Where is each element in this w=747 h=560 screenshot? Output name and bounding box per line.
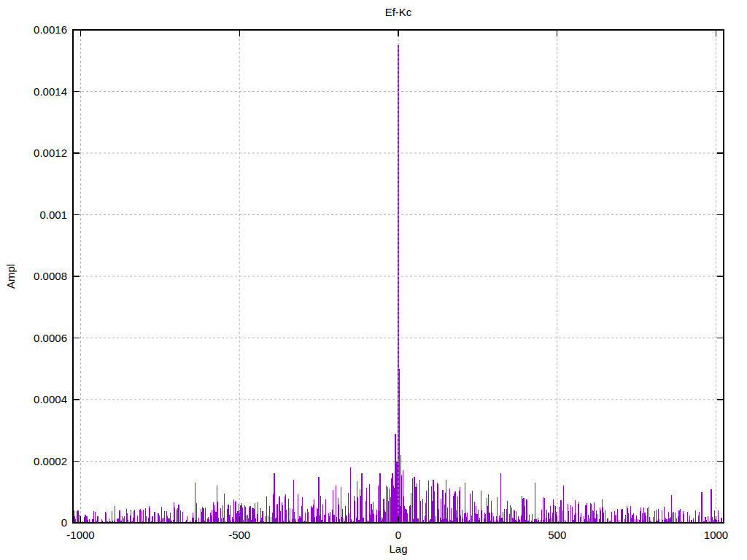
y-tick-label: 0.0012	[34, 147, 67, 159]
y-tick-label: 0.0004	[34, 393, 67, 405]
y-tick-label: 0.0006	[34, 332, 67, 344]
y-tick-label: 0.0002	[34, 455, 67, 467]
y-tick-label: 0	[61, 516, 67, 529]
x-tick-label: 1000	[704, 529, 728, 541]
x-tick-label: -500	[228, 529, 250, 541]
x-tick-label: -1000	[66, 529, 94, 541]
x-tick-label: 500	[548, 529, 566, 541]
x-axis-label: Lag	[73, 542, 724, 555]
y-tick-label: 0.0008	[34, 270, 67, 282]
peak-impulses	[195, 45, 711, 523]
y-tick-label: 0.0014	[34, 85, 67, 98]
y-tick-label: 0.001	[39, 209, 67, 221]
chart-title: Ef-Kc	[73, 6, 724, 18]
correlation-plot: 00.00020.00040.00060.00080.0010.00120.00…	[0, 0, 747, 560]
y-axis-label: Ampl	[4, 264, 17, 289]
chart-window: Ef-Kc Ampl Lag 00.00020.00040.00060.0008…	[0, 0, 747, 560]
x-tick-label: 0	[395, 529, 401, 541]
y-tick-label: 0.0016	[34, 23, 67, 36]
